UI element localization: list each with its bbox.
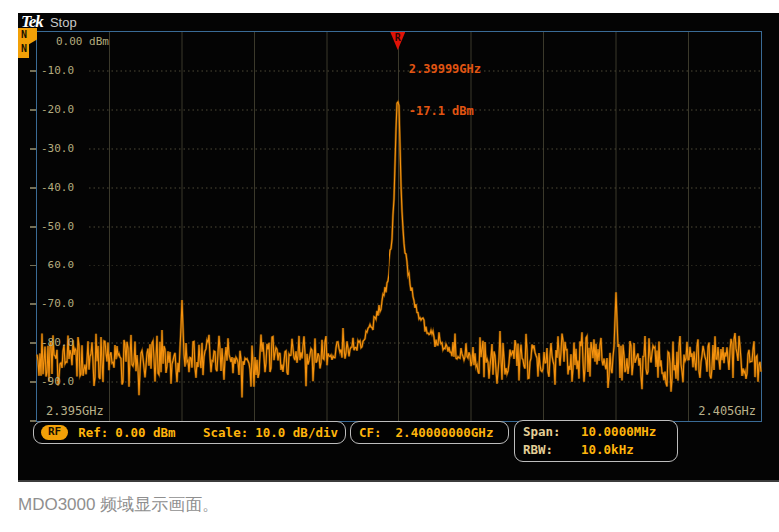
y-axis-label: -20.0: [41, 103, 74, 116]
scope-screen: Tek Stop N N 0.00 dBm-10.0-20.0-30.0-40.…: [18, 13, 779, 482]
trace-indicator-letter: N: [21, 42, 37, 56]
span-value: 10.0000MHz: [581, 423, 656, 441]
y-axis-label: -50.0: [41, 220, 74, 233]
y-axis-label: -70.0: [41, 297, 74, 310]
marker-amplitude: -17.1 dBm: [409, 104, 481, 118]
cf-label: CF:: [359, 425, 382, 440]
acquisition-status: Stop: [50, 15, 77, 30]
rf-channel-badge: RF: [41, 425, 68, 440]
ref-level-label: Ref:: [78, 425, 108, 440]
scale-label: Scale:: [203, 425, 248, 440]
rbw-value: 10.0kHz: [581, 441, 634, 459]
y-axis-label: -90.0: [41, 375, 74, 388]
cf-value: 2.40000000GHz: [396, 425, 494, 440]
trace-indicator-letter: N: [21, 28, 37, 42]
y-axis-label: 0.00 dBm: [56, 35, 109, 48]
peak-marker-readout: 2.39999GHz -17.1 dBm: [409, 34, 481, 146]
y-axis-label: -60.0: [41, 259, 74, 271]
start-frequency-label: 2.395GHz: [46, 404, 104, 418]
ref-level-value: 0.00 dBm: [115, 425, 175, 440]
y-axis-label: -10.0: [41, 64, 74, 77]
stop-frequency-label: 2.405GHz: [698, 404, 756, 418]
span-rbw-readout[interactable]: Span: 10.0000MHz RBW: 10.0kHz: [514, 420, 678, 462]
center-frequency-readout[interactable]: CF: 2.40000000GHz: [350, 421, 509, 444]
y-axis-label: -40.0: [41, 181, 74, 194]
span-label: Span:: [523, 423, 581, 441]
figure: Tek Stop N N 0.00 dBm-10.0-20.0-30.0-40.…: [0, 0, 779, 532]
figure-caption: MDO3000 频域显示画面。: [18, 493, 219, 516]
y-axis-label: -30.0: [41, 142, 74, 155]
rf-settings-readout[interactable]: RF Ref: 0.00 dBm Scale: 10.0 dB/div: [33, 421, 346, 444]
rf-trace-indicator-badge: N N: [18, 28, 37, 58]
marker-letter: R: [395, 32, 401, 43]
scale-value: 10.0 dB/div: [255, 425, 338, 440]
spectrum-plot: [37, 32, 761, 421]
y-axis-label: -80.0: [41, 336, 74, 349]
graticule: 0.00 dBm-10.0-20.0-30.0-40.0-50.0-60.0-7…: [36, 31, 762, 422]
rbw-label: RBW:: [523, 441, 581, 459]
marker-frequency: 2.39999GHz: [409, 62, 481, 76]
